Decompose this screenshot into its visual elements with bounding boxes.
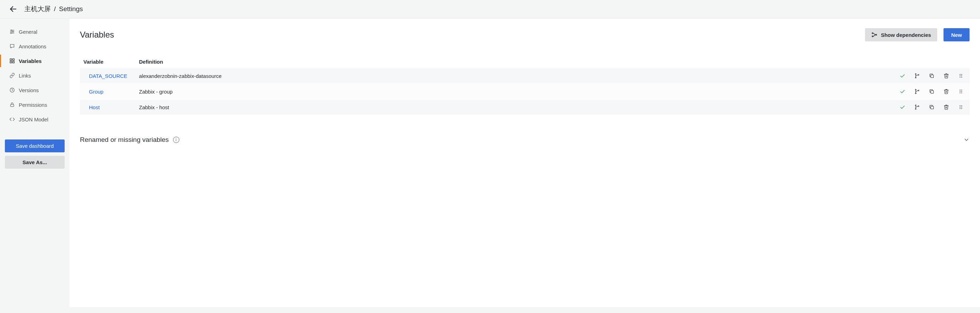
show-dependencies-button[interactable]: Show dependencies <box>865 28 937 42</box>
sidebar-item-label: Links <box>19 73 31 78</box>
grid-icon <box>9 58 15 64</box>
svg-point-23 <box>961 75 962 76</box>
svg-point-24 <box>960 77 961 78</box>
check-icon <box>899 88 906 94</box>
settings-sidebar: General Annotations Variables Links <box>0 18 70 176</box>
chevron-down-icon[interactable] <box>963 137 970 143</box>
sidebar-item-permissions[interactable]: Permissions <box>0 98 70 111</box>
sidebar-item-links[interactable]: Links <box>0 69 70 82</box>
svg-point-21 <box>961 74 962 75</box>
col-variable: Variable <box>83 59 139 65</box>
svg-point-20 <box>960 74 961 75</box>
svg-point-25 <box>961 77 962 78</box>
svg-point-41 <box>961 105 962 106</box>
svg-rect-7 <box>10 59 12 61</box>
svg-point-33 <box>961 91 962 92</box>
drag-handle-icon[interactable] <box>958 104 964 110</box>
svg-rect-39 <box>931 106 934 109</box>
svg-point-43 <box>961 107 962 107</box>
dependencies-icon <box>871 32 878 38</box>
sidebar-item-versions[interactable]: Versions <box>0 84 70 96</box>
variable-name-link[interactable]: Group <box>83 89 139 94</box>
svg-rect-12 <box>10 104 14 106</box>
svg-point-45 <box>961 108 962 109</box>
link-icon <box>9 72 15 78</box>
breadcrumb-separator: / <box>52 5 57 13</box>
table-row: Group Zabbix - group <box>80 84 970 99</box>
table-row: Host Zabbix - host <box>80 99 970 115</box>
new-variable-button[interactable]: New <box>943 28 970 42</box>
page-title: Variables <box>80 30 114 40</box>
renamed-missing-title: Renamed or missing variables <box>80 136 169 144</box>
svg-rect-8 <box>13 59 14 61</box>
duplicate-icon[interactable] <box>929 104 935 110</box>
svg-rect-9 <box>10 61 12 63</box>
variable-name-link[interactable]: Host <box>83 104 139 110</box>
sidebar-item-json-model[interactable]: JSON Model <box>0 113 70 126</box>
drag-handle-icon[interactable] <box>958 73 964 79</box>
svg-point-30 <box>960 90 961 90</box>
lock-icon <box>9 102 15 108</box>
save-dashboard-button[interactable]: Save dashboard <box>5 139 65 152</box>
variable-definition: alexanderzobnin-zabbix-datasource <box>139 73 876 79</box>
svg-rect-10 <box>13 61 14 63</box>
svg-point-5 <box>13 31 14 32</box>
renamed-missing-section[interactable]: Renamed or missing variables i <box>80 136 970 144</box>
check-icon <box>899 104 906 110</box>
svg-point-4 <box>11 30 12 31</box>
svg-point-22 <box>960 75 961 76</box>
sidebar-item-label: Annotations <box>19 43 46 50</box>
save-as-button[interactable]: Save As... <box>5 156 65 169</box>
comment-icon <box>9 43 15 50</box>
trash-icon[interactable] <box>943 73 950 79</box>
sidebar-item-label: Permissions <box>19 102 47 108</box>
variable-name-link[interactable]: DATA_SOURCE <box>83 73 139 79</box>
sidebar-item-label: JSON Model <box>19 117 48 122</box>
sliders-icon <box>9 29 15 35</box>
main-panel: Variables Show dependencies New Variable… <box>70 18 980 307</box>
trash-icon[interactable] <box>943 104 950 110</box>
settings-label: Settings <box>59 5 83 13</box>
table-header-row: Variable Definition <box>80 55 970 68</box>
sidebar-item-annotations[interactable]: Annotations <box>0 40 70 53</box>
drag-handle-icon[interactable] <box>958 88 964 94</box>
col-definition: Definition <box>139 59 876 65</box>
dashboard-name[interactable]: 主机大屏 <box>24 5 51 13</box>
table-row: DATA_SOURCE alexanderzobnin-zabbix-datas… <box>80 68 970 84</box>
settings-header: 主机大屏 / Settings <box>0 0 980 18</box>
svg-point-35 <box>961 93 962 93</box>
back-arrow-icon[interactable] <box>8 4 18 14</box>
variables-table: Variable Definition DATA_SOURCE alexande… <box>80 55 970 115</box>
svg-point-32 <box>960 91 961 92</box>
duplicate-icon[interactable] <box>929 73 935 79</box>
svg-point-6 <box>10 33 11 34</box>
svg-rect-19 <box>931 75 934 78</box>
info-icon[interactable]: i <box>173 137 179 143</box>
branch-icon[interactable] <box>914 88 920 94</box>
duplicate-icon[interactable] <box>929 88 935 94</box>
sidebar-item-label: General <box>19 29 37 35</box>
sidebar-item-variables[interactable]: Variables <box>0 54 70 67</box>
svg-point-40 <box>960 105 961 106</box>
variable-definition: Zabbix - host <box>139 104 876 110</box>
variable-definition: Zabbix - group <box>139 89 876 94</box>
svg-point-34 <box>960 93 961 93</box>
code-icon <box>9 116 15 122</box>
svg-point-42 <box>960 107 961 107</box>
branch-icon[interactable] <box>914 73 920 79</box>
show-dependencies-label: Show dependencies <box>881 32 931 38</box>
sidebar-item-label: Versions <box>19 87 39 93</box>
sidebar-item-general[interactable]: General <box>0 26 70 38</box>
check-icon <box>899 73 906 79</box>
breadcrumb: 主机大屏 / Settings <box>24 5 83 14</box>
history-icon <box>9 87 15 93</box>
svg-point-44 <box>960 108 961 109</box>
branch-icon[interactable] <box>914 104 920 110</box>
svg-rect-29 <box>931 90 934 93</box>
trash-icon[interactable] <box>943 88 950 94</box>
svg-point-31 <box>961 90 962 90</box>
sidebar-item-label: Variables <box>19 58 42 64</box>
